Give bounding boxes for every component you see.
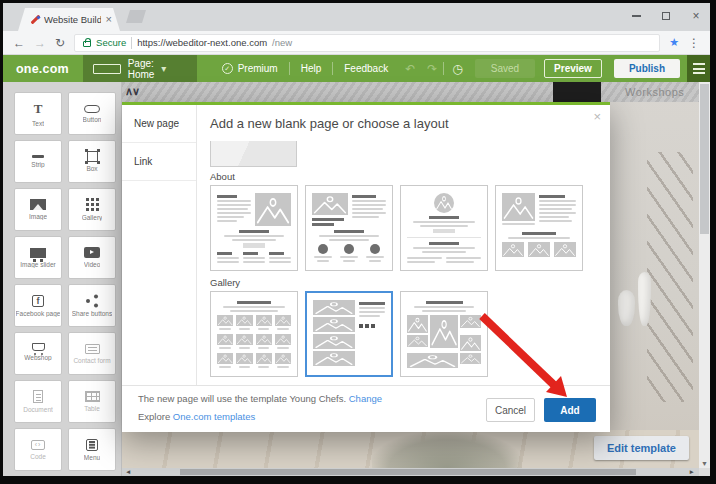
one-com-logo: one.com — [16, 62, 69, 76]
dialog-close-icon[interactable]: × — [593, 109, 601, 124]
scroll-left-icon[interactable]: ◄ — [125, 468, 131, 476]
vertical-scrollbar-thumb[interactable] — [700, 84, 709, 234]
browser-window: Website Builder × × ← → ↻ Secure https:/… — [3, 3, 710, 476]
sidebar-item-box[interactable]: Box — [68, 140, 116, 183]
feedback-button[interactable]: Feedback — [333, 55, 399, 82]
browser-tab-strip: Website Builder × × — [3, 3, 710, 31]
sidebar-item-share-buttons[interactable]: Share buttons — [68, 284, 116, 327]
layout-thumbnail-about-1[interactable] — [210, 185, 298, 271]
one-com-templates-link[interactable]: One.com templates — [173, 411, 255, 422]
sidebar-item-label: Share buttons — [72, 310, 112, 317]
mini-image — [434, 193, 454, 213]
mini-image — [554, 242, 576, 257]
new-tab-button[interactable] — [126, 10, 146, 23]
vertical-scrollbar[interactable]: ▼ — [699, 82, 710, 468]
site-nav-workshops[interactable]: Workshops — [625, 86, 684, 98]
mini-image — [275, 334, 291, 345]
mini-image — [407, 353, 458, 368]
mini-image — [528, 242, 550, 257]
sidebar-item-button[interactable]: Button — [68, 92, 116, 135]
redo-icon[interactable]: ↷ — [421, 62, 443, 76]
url-field[interactable]: Secure https://webeditor-next.one.com/ne… — [74, 34, 660, 52]
mini-image — [275, 353, 291, 364]
scroll-down-icon[interactable]: ▼ — [701, 460, 708, 467]
reload-icon[interactable]: ↻ — [55, 37, 65, 49]
window-maximize-button[interactable] — [660, 10, 672, 22]
document-icon — [33, 390, 43, 403]
site-header-strip — [122, 82, 699, 102]
layout-thumbnail-about-4[interactable] — [495, 185, 583, 271]
sidebar-item-gallery[interactable]: Gallery — [68, 188, 116, 231]
code-icon — [31, 440, 45, 450]
browser-menu-icon[interactable]: ⋮ — [688, 36, 700, 50]
premium-button[interactable]: ✓ Premium — [211, 55, 289, 82]
scrollbar-corner — [699, 468, 710, 476]
video-icon — [84, 247, 100, 258]
layout-thumbnail-about-2[interactable] — [305, 185, 393, 271]
change-link[interactable]: Change — [349, 393, 382, 404]
mini-image — [407, 315, 428, 333]
publish-button[interactable]: Publish — [614, 59, 680, 78]
forward-icon[interactable]: → — [34, 37, 46, 49]
sidebar-item-label: Button — [83, 116, 102, 123]
scroll-right-icon[interactable]: ► — [689, 468, 695, 476]
browser-address-bar: ← → ↻ Secure https://webeditor-next.one.… — [3, 31, 710, 55]
edit-template-button[interactable]: Edit template — [594, 436, 689, 460]
back-icon[interactable]: ← — [13, 37, 25, 49]
browser-tab[interactable]: Website Builder × — [18, 8, 120, 31]
horizontal-scrollbar-thumb[interactable] — [180, 469, 636, 475]
premium-label: Premium — [238, 63, 278, 74]
tab-close-icon[interactable]: × — [106, 14, 112, 25]
undo-icon[interactable]: ↶ — [399, 62, 421, 76]
sidebar-item-label: Document — [23, 406, 53, 413]
layout-thumbnail-about-3[interactable] — [400, 185, 488, 271]
layout-thumbnail-gallery-1[interactable] — [210, 291, 298, 377]
horizontal-scrollbar[interactable]: ◄ ► — [122, 468, 699, 476]
mini-image — [217, 353, 233, 364]
box-icon — [87, 151, 98, 162]
window-minimize-button[interactable] — [630, 10, 642, 22]
preview-button[interactable]: Preview — [544, 59, 602, 78]
layout-thumbnail-partial[interactable] — [210, 141, 297, 167]
sidebar-item-contact-form[interactable]: Contact form — [68, 332, 116, 375]
sidebar-tiles: TextButtonStripBoxImageGalleryImage slid… — [14, 92, 116, 471]
sidebar-item-code[interactable]: Code — [14, 428, 62, 471]
layout-thumbnail-gallery-2-selected[interactable] — [305, 291, 393, 377]
feedback-label: Feedback — [344, 63, 388, 74]
mini-image — [312, 193, 348, 215]
help-label: Help — [301, 63, 322, 74]
help-button[interactable]: Help — [290, 55, 333, 82]
sidebar-item-document[interactable]: Document — [14, 380, 62, 423]
sidebar-item-label: Code — [30, 453, 46, 460]
sidebar-item-image[interactable]: Image — [14, 188, 62, 231]
sidebar-item-label: Webshop — [24, 354, 51, 361]
add-button[interactable]: Add — [544, 398, 596, 422]
sidebar-item-webshop[interactable]: Webshop — [14, 332, 62, 375]
cancel-button[interactable]: Cancel — [486, 398, 535, 422]
mini-image — [256, 315, 272, 326]
explore-text: Explore — [138, 411, 170, 422]
mini-image — [236, 334, 252, 345]
window-close-button[interactable]: × — [690, 10, 702, 22]
bookmark-star-icon[interactable]: ★ — [669, 36, 679, 49]
site-header-dark-block — [553, 82, 601, 102]
section-label-about: About — [210, 171, 235, 182]
sidebar-item-facebook-page[interactable]: Facebook page — [14, 284, 62, 327]
sidebar-item-strip[interactable]: Strip — [14, 140, 62, 183]
sidebar-item-video[interactable]: Video — [68, 236, 116, 279]
page-selector-dropdown[interactable]: Page: Home ▾ — [83, 55, 197, 82]
image-slider-icon — [30, 248, 46, 258]
sidebar-item-label: Contact form — [73, 357, 110, 364]
sidebar-item-label: Video — [84, 261, 101, 268]
tab-link[interactable]: Link — [122, 143, 196, 181]
facebook-icon — [32, 295, 44, 307]
layout-thumbnail-gallery-3[interactable] — [400, 291, 488, 377]
tab-new-page[interactable]: New page — [122, 105, 196, 143]
sidebar-item-menu[interactable]: Menu — [68, 428, 116, 471]
sidebar-item-table[interactable]: Table — [68, 380, 116, 423]
mini-image — [255, 193, 291, 226]
history-clock-icon[interactable]: ◷ — [444, 62, 470, 76]
menu-icon[interactable] — [687, 55, 710, 82]
sidebar-item-image-slider[interactable]: Image slider — [14, 236, 62, 279]
sidebar-item-text[interactable]: Text — [14, 92, 62, 135]
